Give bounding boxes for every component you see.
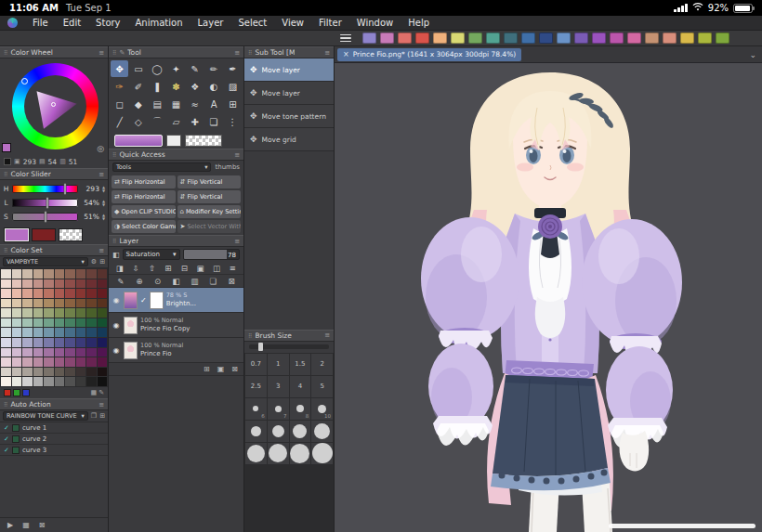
toolbar-shortcut-icon[interactable] <box>645 32 659 44</box>
palette-swatch[interactable] <box>86 377 97 386</box>
palette-swatch[interactable] <box>86 318 97 328</box>
sub-color-swatch[interactable] <box>4 158 11 165</box>
tool-cell[interactable]: A <box>204 96 222 112</box>
layer-tool-icon[interactable]: ⇩ <box>127 264 143 273</box>
palette-swatch[interactable] <box>44 348 54 357</box>
toolbar-shortcut-icon[interactable] <box>451 32 465 44</box>
palette-swatch[interactable] <box>65 269 75 279</box>
quick-color-swatch[interactable] <box>22 389 30 396</box>
palette-swatch[interactable] <box>76 269 86 279</box>
palette-swatch[interactable] <box>33 368 44 377</box>
brush-size-cell[interactable]: 10 <box>311 398 333 420</box>
palette-swatch[interactable] <box>98 269 108 279</box>
brush-size-cell[interactable] <box>268 443 289 464</box>
brush-size-slider[interactable] <box>249 344 329 349</box>
palette-swatch[interactable] <box>98 289 108 298</box>
brush-size-cell[interactable]: 4 <box>290 376 311 397</box>
subtool-item[interactable]: ✥Move layer <box>244 82 334 105</box>
palette-swatch[interactable] <box>44 308 54 318</box>
auto-action-item[interactable]: ✓curve 2 <box>0 434 108 445</box>
menu-item-window[interactable]: Window <box>349 18 401 28</box>
palette-swatch[interactable] <box>76 357 86 367</box>
gear-icon[interactable]: ⚙ <box>91 258 97 266</box>
palette-swatch[interactable] <box>33 318 44 328</box>
quick-access-set-select[interactable]: Tools ▾ <box>112 162 211 172</box>
tool-cell[interactable]: ✽ <box>167 78 185 95</box>
layer-tool-icon[interactable]: ⊟ <box>177 264 192 273</box>
tool-cell[interactable]: ❖ <box>186 78 204 95</box>
tool-cell[interactable]: ⊞ <box>224 96 242 112</box>
checkbox-icon[interactable]: ✓ <box>4 435 9 443</box>
palette-swatch[interactable] <box>44 377 54 386</box>
brush-size-cell[interactable]: 3 <box>268 376 289 397</box>
qa-button[interactable]: ◑Select Color Gamut <box>112 220 176 233</box>
palette-swatch[interactable] <box>86 279 97 289</box>
palette-swatch[interactable] <box>1 279 11 289</box>
document-tab[interactable]: × Prince Fio.png* (1641 x 3064px 300dpi … <box>337 48 521 61</box>
layer-tool-icon[interactable]: ◫ <box>208 264 224 273</box>
quick-color-swatch[interactable] <box>4 389 11 396</box>
menu-item-select[interactable]: Select <box>230 18 274 28</box>
palette-swatch[interactable] <box>98 299 108 308</box>
palette-swatch[interactable] <box>55 368 65 377</box>
canvas-scrollbar[interactable] <box>609 524 755 528</box>
grid-view-icon[interactable]: ▦ <box>91 389 98 396</box>
toolbar-shortcut-icon[interactable] <box>680 32 694 44</box>
palette-swatch[interactable] <box>98 357 108 367</box>
toolbar-shortcut-icon[interactable] <box>433 32 447 44</box>
brush-size-cell[interactable]: 2 <box>311 354 333 375</box>
tool-cell[interactable]: ◆ <box>129 96 147 112</box>
checkbox-icon[interactable]: ✓ <box>4 447 9 454</box>
palette-swatch[interactable] <box>65 289 75 298</box>
tool-cell[interactable]: ▱ <box>167 113 185 130</box>
clip-studio-logo-icon[interactable] <box>7 18 18 28</box>
drag-grip-icon[interactable]: ⠿ <box>112 151 116 158</box>
brush-size-cell[interactable]: 0.7 <box>245 354 267 375</box>
tool-cell[interactable]: ✑ <box>111 78 128 95</box>
palette-swatch[interactable] <box>1 357 11 367</box>
menu-item-file[interactable]: File <box>25 18 56 28</box>
menu-item-layer[interactable]: Layer <box>190 18 231 28</box>
drag-grip-icon[interactable]: ⠿ <box>4 247 7 253</box>
toolbar-shortcut-icon[interactable] <box>468 32 482 44</box>
tool-cell[interactable]: ✥ <box>111 60 128 77</box>
palette-swatch[interactable] <box>86 289 97 298</box>
palette-swatch[interactable] <box>55 348 65 357</box>
footer-icon[interactable]: ▶ <box>7 521 13 529</box>
slider-track[interactable] <box>12 213 78 221</box>
tool-cell[interactable]: ◻ <box>111 96 128 112</box>
toolbar-shortcut-icon[interactable] <box>698 32 712 44</box>
palette-swatch[interactable] <box>55 338 65 347</box>
palette-swatch[interactable] <box>1 377 11 386</box>
layer-footer-icon[interactable]: ⊞ <box>204 365 210 373</box>
quick-color-swatch[interactable] <box>13 389 20 396</box>
color-set-select[interactable]: VAMPBYTE ▾ <box>3 257 88 266</box>
checkbox-icon[interactable]: ✓ <box>4 424 9 432</box>
palette-swatch[interactable] <box>65 308 75 318</box>
palette-swatch[interactable] <box>33 357 44 367</box>
auto-action-item[interactable]: ✓curve 3 <box>0 445 108 456</box>
qa-button[interactable]: ⇄Flip Horizontal <box>112 190 176 203</box>
palette-swatch[interactable] <box>12 299 22 308</box>
hue-cursor[interactable] <box>21 78 28 84</box>
palette-swatch[interactable] <box>65 368 75 377</box>
tool-cell[interactable]: ✦ <box>167 60 185 77</box>
tool-cell[interactable]: ▦ <box>167 96 185 112</box>
tool-cell[interactable]: ❚ <box>149 78 166 95</box>
tool-cell[interactable]: ❏ <box>204 113 222 130</box>
palette-swatch[interactable] <box>44 357 54 367</box>
duplicate-icon[interactable]: ❐ <box>91 412 97 420</box>
palette-swatch[interactable] <box>22 348 33 357</box>
panel-menu-icon[interactable]: ≡ <box>234 238 240 245</box>
palette-swatch[interactable] <box>1 318 11 328</box>
tool-cell[interactable]: ✐ <box>129 78 147 95</box>
brush-size-cell[interactable]: 6 <box>245 398 267 420</box>
toolbar-shortcut-icon[interactable] <box>539 32 553 44</box>
brush-size-cell[interactable]: 1 <box>268 354 289 375</box>
palette-swatch[interactable] <box>22 299 33 308</box>
tool-cell[interactable]: ╱ <box>111 113 128 130</box>
add-color-icon[interactable]: ⊞ <box>99 258 105 266</box>
edit-color-icon[interactable]: ✎ <box>99 389 104 396</box>
drawing-canvas[interactable] <box>335 63 762 532</box>
palette-swatch[interactable] <box>1 308 11 318</box>
